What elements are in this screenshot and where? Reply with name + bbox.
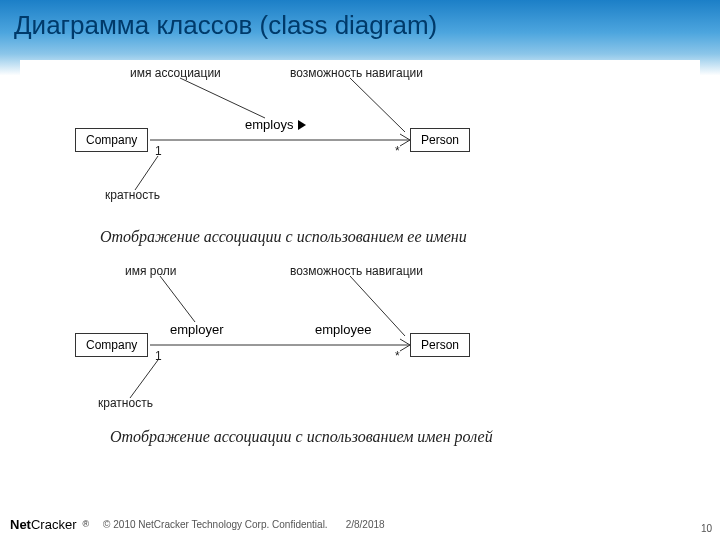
registered-mark: ® [82,519,89,529]
logo: NetCracker [10,517,76,532]
direction-triangle-icon [298,120,306,130]
logo-part-a: Net [10,517,31,532]
class-company-2: Company [75,333,148,357]
slide: Диаграмма классов (class diagram) имя ас… [0,0,720,540]
footer-date: 2/8/2018 [346,519,385,530]
class-company: Company [75,128,148,152]
svg-line-3 [135,156,158,190]
svg-line-1 [180,78,265,118]
caption-1: Отображение ассоциации с использованием … [100,228,720,246]
label-navigability: возможность навигации [290,66,423,80]
association-role-diagram: имя роли возможность навигации Company P… [20,250,700,450]
label-multiplicity-2: кратность [98,396,153,410]
svg-line-2 [350,78,405,132]
slide-title: Диаграмма классов (class diagram) [0,0,720,41]
label-navigability-2: возможность навигации [290,264,423,278]
label-multiplicity: кратность [105,188,160,202]
association-name-diagram: имя ассоциации возможность навигации Com… [20,60,700,240]
class-person: Person [410,128,470,152]
association-label: employs [245,117,293,132]
logo-part-b: Cracker [31,517,77,532]
role-right: employee [315,322,371,337]
page-number: 10 [701,523,712,534]
label-role-name: имя роли [125,264,177,278]
footer: NetCracker ® © 2010 NetCracker Technolog… [0,514,720,534]
svg-line-5 [160,276,195,322]
copyright-text: © 2010 NetCracker Technology Corp. Confi… [103,519,328,530]
multiplicity-left: 1 [155,144,162,158]
multiplicity-left-2: 1 [155,349,162,363]
class-person-2: Person [410,333,470,357]
multiplicity-right-2: * [395,349,400,363]
multiplicity-right: * [395,144,400,158]
role-left: employer [170,322,223,337]
label-assoc-name: имя ассоциации [130,66,221,80]
svg-line-7 [130,360,158,398]
caption-2: Отображение ассоциации с использованием … [110,428,720,446]
content-area: имя ассоциации возможность навигации Com… [20,60,700,500]
